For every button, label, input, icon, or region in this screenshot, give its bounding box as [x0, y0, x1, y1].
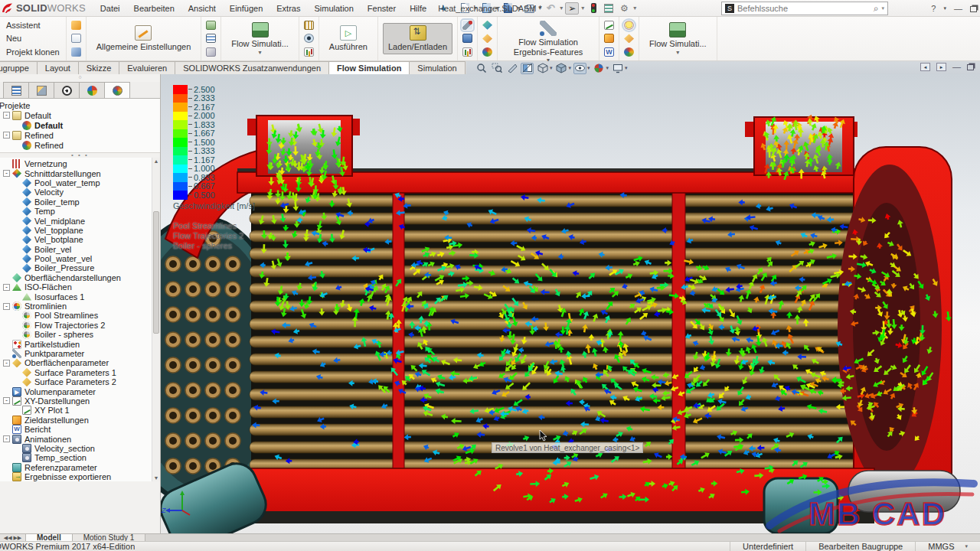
- tree-item-vel-topplane[interactable]: Vel_topplane: [2, 226, 151, 235]
- menu-bearbeiten[interactable]: Bearbeiten: [127, 4, 181, 13]
- tree-item-animationen[interactable]: -Animationen: [2, 434, 151, 443]
- tree-item-pool-streamlines[interactable]: Pool Streamlines: [2, 311, 151, 320]
- results-chart-icon[interactable]: [462, 47, 472, 57]
- tree-item-vernetzung[interactable]: Vernetzung: [2, 159, 151, 168]
- tab-configuration-manager[interactable]: [54, 82, 80, 98]
- expander-icon[interactable]: -: [3, 303, 10, 310]
- expander-icon[interactable]: -: [3, 284, 10, 291]
- tab-baugruppe[interactable]: Baugruppe: [0, 61, 38, 74]
- wizard-icon[interactable]: [71, 21, 81, 30]
- tree-item-vel-botplane[interactable]: Vel_botplane: [2, 235, 151, 244]
- tab-simulation[interactable]: Simulation: [409, 61, 465, 74]
- help-caret-icon[interactable]: ▾: [943, 5, 946, 11]
- tree-item-boiler-spheres[interactable]: Boiler - spheres: [2, 330, 151, 339]
- xy-plot-icon[interactable]: [604, 21, 614, 30]
- tree-item-refined[interactable]: -Refined: [2, 130, 160, 140]
- tree-scrollbar[interactable]: ▲ ▼: [152, 158, 160, 481]
- tree-item-default[interactable]: Default: [2, 120, 160, 130]
- scroll-thumb[interactable]: [153, 211, 159, 334]
- search-caret-icon[interactable]: ▾: [881, 5, 884, 11]
- tree-item-oberfl-chendarstellungen[interactable]: Oberflächendarstellungen: [2, 273, 151, 282]
- new-project-icon[interactable]: [71, 34, 81, 43]
- tree-item-ergebnisse-exportieren[interactable]: Ergebnisse exportieren: [2, 472, 151, 481]
- scroll-up-icon[interactable]: ▲: [152, 158, 160, 164]
- expander-icon[interactable]: -: [3, 112, 10, 119]
- tree-item-isosurfaces-1[interactable]: Isosurfaces 1: [2, 292, 151, 301]
- undo-button[interactable]: ↶: [544, 2, 557, 15]
- flow-wand-icon[interactable]: [206, 47, 216, 57]
- flow-simulation-display-button[interactable]: Flow Simulati... ▾: [226, 20, 294, 57]
- run-button[interactable]: ▷ Ausführen: [324, 23, 373, 54]
- surface-plot-icon[interactable]: [482, 34, 492, 43]
- tree-item-flow-trajectories-2[interactable]: Flow Trajectories 2: [2, 321, 151, 330]
- tree-item-velocity[interactable]: Velocity: [2, 187, 151, 197]
- tree-item-pool-water-vel[interactable]: Pool_water_vel: [2, 254, 151, 263]
- print-button[interactable]: [522, 2, 536, 15]
- select-tool-button[interactable]: ➢: [565, 2, 579, 15]
- tree-item-pool-water-temp[interactable]: Pool_water_temp: [2, 178, 151, 187]
- tab-skizze[interactable]: Skizze: [78, 61, 119, 74]
- menu-datei[interactable]: Datei: [93, 4, 127, 13]
- tree-item-xy-darstellungen[interactable]: -XY-Darstellungen: [2, 396, 151, 406]
- flow-doc-icon[interactable]: [206, 21, 216, 30]
- section-view-icon[interactable]: [521, 63, 534, 74]
- expander-icon[interactable]: -: [3, 360, 10, 367]
- hide-show-items-icon[interactable]: [573, 63, 586, 74]
- report-icon[interactable]: W: [604, 47, 614, 57]
- expander-icon[interactable]: -: [3, 435, 10, 442]
- flow-simulation-tools-button[interactable]: Flow Simulati... ▾: [644, 20, 712, 57]
- eyedropper-icon[interactable]: [462, 21, 472, 30]
- tab-layout[interactable]: Layout: [37, 61, 79, 74]
- scene-icon[interactable]: [611, 63, 624, 74]
- doc-restore-icon[interactable]: [967, 64, 974, 70]
- wizard-button[interactable]: Assistent: [5, 20, 61, 31]
- new-project-button[interactable]: Neu: [5, 33, 61, 44]
- tree-item-zieldarstellungen[interactable]: Zieldarstellungen: [2, 416, 151, 425]
- expander-icon[interactable]: -: [3, 132, 10, 139]
- scroll-down-icon[interactable]: ▼: [152, 475, 160, 481]
- pin-icon[interactable]: ➤: [437, 2, 450, 15]
- tree-item-partikelstudien[interactable]: Partikelstudien: [2, 339, 151, 348]
- flow-list-icon[interactable]: [206, 34, 216, 43]
- menu-einfügen[interactable]: Einfügen: [223, 4, 270, 13]
- save-button[interactable]: [501, 2, 514, 15]
- tree-item-velocity-section[interactable]: Velocity_section: [2, 444, 151, 453]
- status-units[interactable]: MMGS▾: [915, 542, 980, 551]
- isosurface-icon[interactable]: [482, 47, 492, 57]
- menu-fenster[interactable]: Fenster: [361, 4, 403, 13]
- general-settings-button[interactable]: Allgemeine Einstellungen: [91, 23, 197, 54]
- tree-item-referenzparameter[interactable]: Referenzparameter: [2, 463, 151, 472]
- menu-simulation[interactable]: Simulation: [307, 4, 360, 13]
- doc-minimize-icon[interactable]: —: [952, 62, 961, 71]
- tab-display-manager[interactable]: [79, 82, 105, 98]
- new-document-button[interactable]: [458, 2, 472, 15]
- tree-item-refined[interactable]: Refined: [2, 140, 160, 150]
- save-results-icon[interactable]: [462, 34, 472, 43]
- tree-item-temp-section[interactable]: Temp_section: [2, 453, 151, 462]
- load-unload-button[interactable]: Laden/Entladen: [383, 23, 452, 54]
- help-button[interactable]: ?: [931, 4, 936, 13]
- command-search[interactable]: S ⌕ ▾: [721, 2, 888, 15]
- options-button[interactable]: ⚙: [617, 2, 631, 15]
- bottom-tab-modell[interactable]: Modell: [26, 534, 73, 541]
- collapse-left-pane-icon[interactable]: ◂: [920, 63, 930, 71]
- flow-tools-caret-icon[interactable]: ▾: [676, 51, 679, 55]
- lightbulb-icon[interactable]: [624, 21, 634, 30]
- panel-handle[interactable]: ○: [0, 74, 160, 82]
- section-tool-icon[interactable]: [505, 63, 518, 74]
- zoom-area-icon[interactable]: [490, 63, 503, 74]
- expander-icon[interactable]: -: [3, 397, 10, 404]
- tree-item-vel-midplane[interactable]: Vel_midplane: [2, 216, 151, 225]
- display-parameters-icon[interactable]: [624, 34, 634, 43]
- tree-item-iso-fl-chen[interactable]: -ISO-Flächen: [2, 282, 151, 292]
- tab-feature-manager[interactable]: [3, 82, 29, 98]
- tree-item-surface-parameters-2[interactable]: Surface Parameters 2: [2, 377, 151, 386]
- goal-plot-icon[interactable]: [604, 34, 614, 43]
- sphere-icon[interactable]: [624, 47, 634, 57]
- result-features-button[interactable]: Flow Simulation Ergebnis-Features ▾: [502, 18, 594, 65]
- zoom-fit-icon[interactable]: [475, 63, 488, 74]
- tree-item-boiler-pressure[interactable]: Boiler_Pressure: [2, 263, 151, 272]
- collapse-right-pane-icon[interactable]: ▸: [936, 63, 946, 71]
- tree-item-temp[interactable]: Temp: [2, 207, 151, 216]
- tree-item-bericht[interactable]: WBericht: [2, 425, 151, 434]
